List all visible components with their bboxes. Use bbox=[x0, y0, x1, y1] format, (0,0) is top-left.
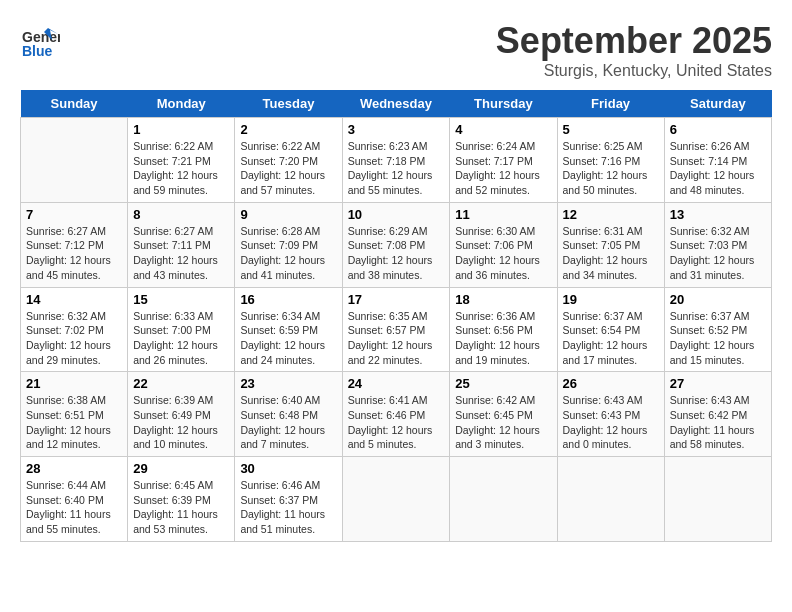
svg-text:Blue: Blue bbox=[22, 43, 53, 59]
cell-info: Sunrise: 6:22 AM Sunset: 7:20 PM Dayligh… bbox=[240, 139, 336, 198]
cell-info: Sunrise: 6:37 AM Sunset: 6:52 PM Dayligh… bbox=[670, 309, 766, 368]
day-header-thursday: Thursday bbox=[450, 90, 557, 118]
calendar-table: SundayMondayTuesdayWednesdayThursdayFrid… bbox=[20, 90, 772, 542]
date-number: 23 bbox=[240, 376, 336, 391]
cell-info: Sunrise: 6:40 AM Sunset: 6:48 PM Dayligh… bbox=[240, 393, 336, 452]
cell-info: Sunrise: 6:45 AM Sunset: 6:39 PM Dayligh… bbox=[133, 478, 229, 537]
calendar-cell bbox=[664, 457, 771, 542]
cell-info: Sunrise: 6:27 AM Sunset: 7:11 PM Dayligh… bbox=[133, 224, 229, 283]
date-number: 20 bbox=[670, 292, 766, 307]
cell-info: Sunrise: 6:32 AM Sunset: 7:03 PM Dayligh… bbox=[670, 224, 766, 283]
day-header-sunday: Sunday bbox=[21, 90, 128, 118]
date-number: 16 bbox=[240, 292, 336, 307]
date-number: 8 bbox=[133, 207, 229, 222]
date-number: 25 bbox=[455, 376, 551, 391]
calendar-cell: 13Sunrise: 6:32 AM Sunset: 7:03 PM Dayli… bbox=[664, 202, 771, 287]
day-header-tuesday: Tuesday bbox=[235, 90, 342, 118]
date-number: 12 bbox=[563, 207, 659, 222]
calendar-cell: 7Sunrise: 6:27 AM Sunset: 7:12 PM Daylig… bbox=[21, 202, 128, 287]
date-number: 9 bbox=[240, 207, 336, 222]
day-header-monday: Monday bbox=[128, 90, 235, 118]
calendar-cell: 19Sunrise: 6:37 AM Sunset: 6:54 PM Dayli… bbox=[557, 287, 664, 372]
calendar-cell: 15Sunrise: 6:33 AM Sunset: 7:00 PM Dayli… bbox=[128, 287, 235, 372]
calendar-cell: 27Sunrise: 6:43 AM Sunset: 6:42 PM Dayli… bbox=[664, 372, 771, 457]
cell-info: Sunrise: 6:31 AM Sunset: 7:05 PM Dayligh… bbox=[563, 224, 659, 283]
date-number: 15 bbox=[133, 292, 229, 307]
calendar-cell: 28Sunrise: 6:44 AM Sunset: 6:40 PM Dayli… bbox=[21, 457, 128, 542]
cell-info: Sunrise: 6:26 AM Sunset: 7:14 PM Dayligh… bbox=[670, 139, 766, 198]
date-number: 26 bbox=[563, 376, 659, 391]
day-header-friday: Friday bbox=[557, 90, 664, 118]
cell-info: Sunrise: 6:32 AM Sunset: 7:02 PM Dayligh… bbox=[26, 309, 122, 368]
calendar-cell: 1Sunrise: 6:22 AM Sunset: 7:21 PM Daylig… bbox=[128, 118, 235, 203]
date-number: 4 bbox=[455, 122, 551, 137]
cell-info: Sunrise: 6:46 AM Sunset: 6:37 PM Dayligh… bbox=[240, 478, 336, 537]
date-number: 6 bbox=[670, 122, 766, 137]
calendar-cell: 12Sunrise: 6:31 AM Sunset: 7:05 PM Dayli… bbox=[557, 202, 664, 287]
cell-info: Sunrise: 6:25 AM Sunset: 7:16 PM Dayligh… bbox=[563, 139, 659, 198]
cell-info: Sunrise: 6:35 AM Sunset: 6:57 PM Dayligh… bbox=[348, 309, 445, 368]
cell-info: Sunrise: 6:38 AM Sunset: 6:51 PM Dayligh… bbox=[26, 393, 122, 452]
location-subtitle: Sturgis, Kentucky, United States bbox=[496, 62, 772, 80]
cell-info: Sunrise: 6:43 AM Sunset: 6:43 PM Dayligh… bbox=[563, 393, 659, 452]
date-number: 10 bbox=[348, 207, 445, 222]
cell-info: Sunrise: 6:39 AM Sunset: 6:49 PM Dayligh… bbox=[133, 393, 229, 452]
calendar-cell bbox=[342, 457, 450, 542]
date-number: 28 bbox=[26, 461, 122, 476]
cell-info: Sunrise: 6:42 AM Sunset: 6:45 PM Dayligh… bbox=[455, 393, 551, 452]
calendar-cell: 3Sunrise: 6:23 AM Sunset: 7:18 PM Daylig… bbox=[342, 118, 450, 203]
calendar-cell: 4Sunrise: 6:24 AM Sunset: 7:17 PM Daylig… bbox=[450, 118, 557, 203]
calendar-cell: 21Sunrise: 6:38 AM Sunset: 6:51 PM Dayli… bbox=[21, 372, 128, 457]
cell-info: Sunrise: 6:29 AM Sunset: 7:08 PM Dayligh… bbox=[348, 224, 445, 283]
date-number: 19 bbox=[563, 292, 659, 307]
calendar-cell: 16Sunrise: 6:34 AM Sunset: 6:59 PM Dayli… bbox=[235, 287, 342, 372]
calendar-cell: 25Sunrise: 6:42 AM Sunset: 6:45 PM Dayli… bbox=[450, 372, 557, 457]
title-section: September 2025 Sturgis, Kentucky, United… bbox=[496, 20, 772, 80]
logo: General Blue bbox=[20, 20, 60, 60]
month-title: September 2025 bbox=[496, 20, 772, 62]
date-number: 18 bbox=[455, 292, 551, 307]
page-header: General Blue September 2025 Sturgis, Ken… bbox=[20, 20, 772, 80]
date-number: 27 bbox=[670, 376, 766, 391]
cell-info: Sunrise: 6:30 AM Sunset: 7:06 PM Dayligh… bbox=[455, 224, 551, 283]
calendar-cell: 14Sunrise: 6:32 AM Sunset: 7:02 PM Dayli… bbox=[21, 287, 128, 372]
cell-info: Sunrise: 6:23 AM Sunset: 7:18 PM Dayligh… bbox=[348, 139, 445, 198]
calendar-cell: 17Sunrise: 6:35 AM Sunset: 6:57 PM Dayli… bbox=[342, 287, 450, 372]
date-number: 14 bbox=[26, 292, 122, 307]
date-number: 13 bbox=[670, 207, 766, 222]
calendar-cell: 20Sunrise: 6:37 AM Sunset: 6:52 PM Dayli… bbox=[664, 287, 771, 372]
calendar-cell: 6Sunrise: 6:26 AM Sunset: 7:14 PM Daylig… bbox=[664, 118, 771, 203]
date-number: 22 bbox=[133, 376, 229, 391]
cell-info: Sunrise: 6:24 AM Sunset: 7:17 PM Dayligh… bbox=[455, 139, 551, 198]
date-number: 21 bbox=[26, 376, 122, 391]
calendar-cell bbox=[557, 457, 664, 542]
date-number: 5 bbox=[563, 122, 659, 137]
day-header-saturday: Saturday bbox=[664, 90, 771, 118]
calendar-cell: 10Sunrise: 6:29 AM Sunset: 7:08 PM Dayli… bbox=[342, 202, 450, 287]
cell-info: Sunrise: 6:22 AM Sunset: 7:21 PM Dayligh… bbox=[133, 139, 229, 198]
date-number: 1 bbox=[133, 122, 229, 137]
calendar-cell: 30Sunrise: 6:46 AM Sunset: 6:37 PM Dayli… bbox=[235, 457, 342, 542]
calendar-cell: 23Sunrise: 6:40 AM Sunset: 6:48 PM Dayli… bbox=[235, 372, 342, 457]
cell-info: Sunrise: 6:41 AM Sunset: 6:46 PM Dayligh… bbox=[348, 393, 445, 452]
cell-info: Sunrise: 6:34 AM Sunset: 6:59 PM Dayligh… bbox=[240, 309, 336, 368]
cell-info: Sunrise: 6:33 AM Sunset: 7:00 PM Dayligh… bbox=[133, 309, 229, 368]
calendar-cell: 24Sunrise: 6:41 AM Sunset: 6:46 PM Dayli… bbox=[342, 372, 450, 457]
calendar-cell: 2Sunrise: 6:22 AM Sunset: 7:20 PM Daylig… bbox=[235, 118, 342, 203]
date-number: 7 bbox=[26, 207, 122, 222]
date-number: 29 bbox=[133, 461, 229, 476]
cell-info: Sunrise: 6:44 AM Sunset: 6:40 PM Dayligh… bbox=[26, 478, 122, 537]
calendar-cell: 26Sunrise: 6:43 AM Sunset: 6:43 PM Dayli… bbox=[557, 372, 664, 457]
date-number: 3 bbox=[348, 122, 445, 137]
date-number: 11 bbox=[455, 207, 551, 222]
date-number: 17 bbox=[348, 292, 445, 307]
calendar-cell bbox=[21, 118, 128, 203]
calendar-cell: 22Sunrise: 6:39 AM Sunset: 6:49 PM Dayli… bbox=[128, 372, 235, 457]
calendar-cell: 9Sunrise: 6:28 AM Sunset: 7:09 PM Daylig… bbox=[235, 202, 342, 287]
calendar-cell: 11Sunrise: 6:30 AM Sunset: 7:06 PM Dayli… bbox=[450, 202, 557, 287]
calendar-cell bbox=[450, 457, 557, 542]
day-header-wednesday: Wednesday bbox=[342, 90, 450, 118]
calendar-cell: 5Sunrise: 6:25 AM Sunset: 7:16 PM Daylig… bbox=[557, 118, 664, 203]
cell-info: Sunrise: 6:28 AM Sunset: 7:09 PM Dayligh… bbox=[240, 224, 336, 283]
logo-icon: General Blue bbox=[20, 20, 60, 60]
